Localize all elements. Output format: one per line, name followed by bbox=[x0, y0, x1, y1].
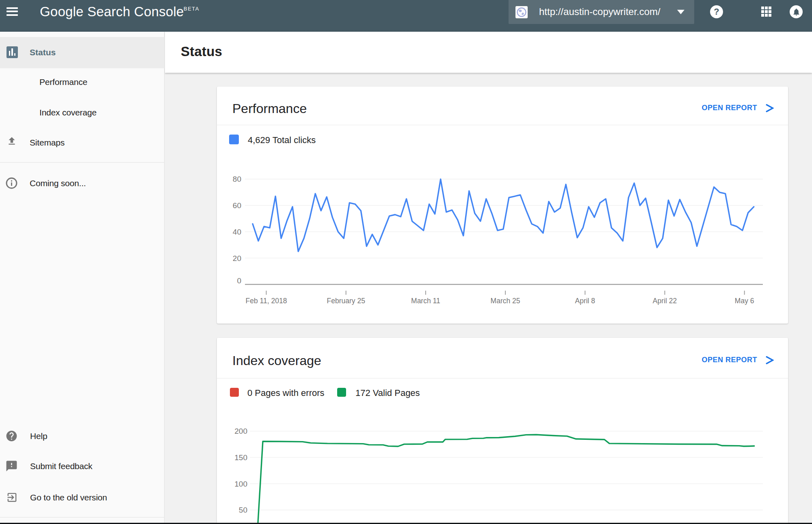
svg-text:Feb 11, 2018: Feb 11, 2018 bbox=[246, 297, 287, 305]
svg-text:20: 20 bbox=[233, 254, 241, 263]
svg-text:April 22: April 22 bbox=[653, 297, 677, 305]
svg-text:100: 100 bbox=[234, 480, 247, 488]
svg-text:March 25: March 25 bbox=[491, 297, 520, 305]
svg-text:February 25: February 25 bbox=[327, 297, 365, 305]
svg-text:50: 50 bbox=[239, 506, 247, 514]
svg-text:200: 200 bbox=[234, 427, 247, 435]
svg-text:80: 80 bbox=[233, 175, 241, 183]
svg-text:60: 60 bbox=[233, 201, 241, 210]
svg-text:April 8: April 8 bbox=[575, 297, 595, 305]
svg-text:150: 150 bbox=[234, 453, 247, 462]
svg-text:March 11: March 11 bbox=[411, 297, 440, 305]
svg-text:0: 0 bbox=[237, 276, 241, 285]
svg-text:40: 40 bbox=[233, 228, 241, 236]
svg-text:May 6: May 6 bbox=[735, 297, 754, 305]
